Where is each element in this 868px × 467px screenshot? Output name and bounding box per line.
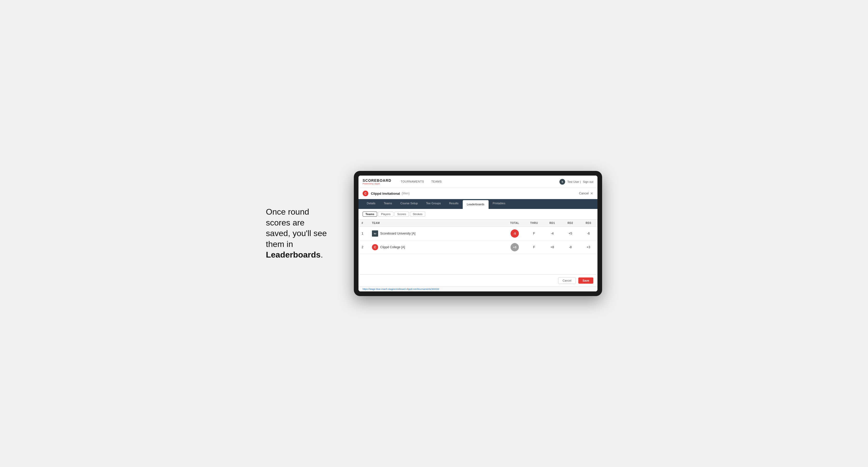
save-button[interactable]: Save xyxy=(578,277,593,284)
col-rd1: RD1 xyxy=(543,220,561,227)
team-name: Scoreboard University [A] xyxy=(380,232,415,235)
cancel-button[interactable]: Cancel xyxy=(558,277,576,284)
sub-tabs: Teams Players Scores Strokes xyxy=(359,209,597,220)
tab-details[interactable]: Details xyxy=(363,199,380,209)
table-header-row: # TEAM TOTAL THRU RD1 RD2 RD3 xyxy=(359,220,597,227)
cell-rd3: +3 xyxy=(579,241,597,254)
tablet-screen: SCOREBOARD Powered by clippd TOURNAMENTS… xyxy=(359,176,597,291)
tournament-logo: C xyxy=(363,191,368,196)
tablet-device: SCOREBOARD Powered by clippd TOURNAMENTS… xyxy=(354,171,602,296)
content-spacer xyxy=(359,264,597,274)
cell-rank: 2 xyxy=(359,241,369,254)
col-team: TEAM xyxy=(369,220,504,227)
col-rd2: RD2 xyxy=(561,220,579,227)
nav-teams[interactable]: TEAMS xyxy=(428,179,444,185)
cell-team: SUScoreboard University [A] xyxy=(369,227,504,241)
tab-teams[interactable]: Teams xyxy=(380,199,396,209)
tournament-gender: (Men) xyxy=(402,192,410,195)
navbar: SCOREBOARD Powered by clippd TOURNAMENTS… xyxy=(359,176,597,188)
table-row: 2CClippd College [A]+3F+8-8+3 xyxy=(359,241,597,254)
tab-leaderboards[interactable]: Leaderboards xyxy=(463,200,489,209)
cell-rd3: -6 xyxy=(579,227,597,241)
tab-printables[interactable]: Printables xyxy=(489,199,509,209)
sidebar-text-line1: Once round xyxy=(266,207,309,216)
sidebar-text-line2: scores are xyxy=(266,218,304,227)
tournament-header: C Clippd Invitational (Men) Cancel ✕ xyxy=(359,188,597,199)
main-tabs: Details Teams Course Setup Tee Groups Re… xyxy=(359,199,597,209)
brand: SCOREBOARD Powered by clippd xyxy=(363,179,391,185)
sidebar-text-period: . xyxy=(321,250,323,259)
cell-rd2: -8 xyxy=(561,241,579,254)
score-badge: -5 xyxy=(510,229,519,238)
cell-rd1: -4 xyxy=(543,227,561,241)
sub-tab-players[interactable]: Players xyxy=(378,212,393,217)
cell-total: +3 xyxy=(504,241,525,254)
cancel-label: Cancel xyxy=(579,192,589,195)
cell-thru: F xyxy=(525,241,543,254)
team-logo: C xyxy=(372,244,378,250)
sidebar-text-bold: Leaderboards xyxy=(266,250,321,259)
cell-rd1: +8 xyxy=(543,241,561,254)
col-rd3: RD3 xyxy=(579,220,597,227)
score-badge: +3 xyxy=(510,243,519,251)
url-text: https://stage-blue-coach.stagescoreboard… xyxy=(363,288,439,290)
nav-right: S Test User | Sign out xyxy=(559,179,593,185)
col-total: TOTAL xyxy=(504,220,525,227)
team-logo: SU xyxy=(372,230,378,237)
leaderboard-table: # TEAM TOTAL THRU RD1 RD2 RD3 1SUScorebo… xyxy=(359,220,597,254)
sidebar-text-line3: saved, you'll see xyxy=(266,228,327,238)
tournament-cancel-button[interactable]: Cancel ✕ xyxy=(579,191,593,195)
tab-course-setup[interactable]: Course Setup xyxy=(396,199,422,209)
leaderboard-table-container: # TEAM TOTAL THRU RD1 RD2 RD3 1SUScorebo… xyxy=(359,220,597,264)
sidebar-description: Once round scores are saved, you'll see … xyxy=(266,207,338,260)
col-rank: # xyxy=(359,220,369,227)
brand-subtitle-brand: clippd xyxy=(374,183,379,185)
footer: Cancel Save xyxy=(359,274,597,286)
team-name: Clippd College [A] xyxy=(380,245,405,249)
sidebar-text-line4: them in xyxy=(266,240,293,249)
nav-tournaments[interactable]: TOURNAMENTS xyxy=(398,179,427,185)
cell-rd2: +5 xyxy=(561,227,579,241)
cancel-x-icon[interactable]: ✕ xyxy=(590,191,593,195)
sub-tab-scores[interactable]: Scores xyxy=(395,212,409,217)
brand-title: SCOREBOARD xyxy=(363,179,391,183)
sign-out-link[interactable]: Sign out xyxy=(583,180,593,183)
cell-rank: 1 xyxy=(359,227,369,241)
brand-subtitle: Powered by clippd xyxy=(363,183,391,185)
cell-thru: F xyxy=(525,227,543,241)
user-name: Test User | xyxy=(567,180,581,183)
brand-subtitle-plain: Powered by xyxy=(363,183,374,185)
tournament-name: Clippd Invitational xyxy=(371,192,400,195)
user-avatar: S xyxy=(559,179,565,185)
nav-links: TOURNAMENTS TEAMS xyxy=(398,179,559,185)
url-bar: https://stage-blue-coach.stagescoreboard… xyxy=(359,286,597,291)
cell-team: CClippd College [A] xyxy=(369,241,504,254)
cell-total: -5 xyxy=(504,227,525,241)
content-area: Teams Players Scores Strokes # TEAM TOTA… xyxy=(359,209,597,286)
tab-tee-groups[interactable]: Tee Groups xyxy=(422,199,445,209)
table-row: 1SUScoreboard University [A]-5F-4+5-6 xyxy=(359,227,597,241)
tab-results[interactable]: Results xyxy=(445,199,463,209)
sub-tab-teams[interactable]: Teams xyxy=(363,212,377,217)
sub-tab-strokes[interactable]: Strokes xyxy=(410,212,425,217)
col-thru: THRU xyxy=(525,220,543,227)
